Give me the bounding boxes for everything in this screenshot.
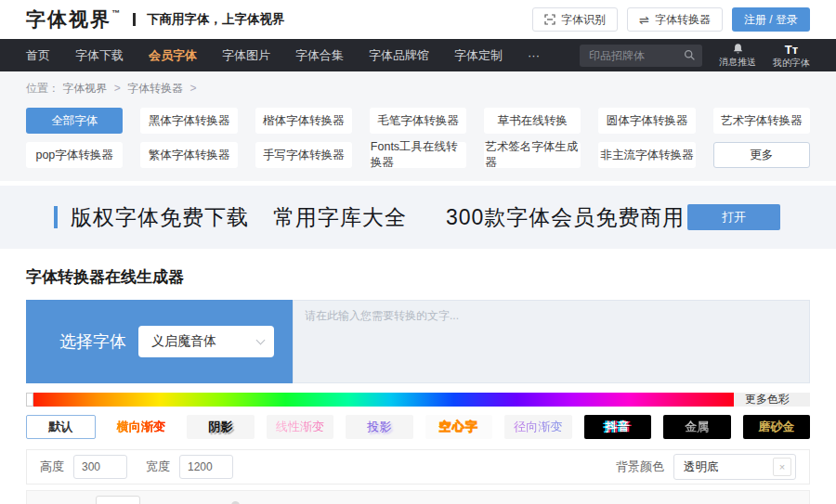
page-title: 字体转换器在线生成器	[26, 266, 810, 288]
nav-item-font-download[interactable]: 字体下载	[75, 47, 124, 64]
nav-item-member-fonts[interactable]: 会员字体	[149, 47, 197, 64]
filter-row-2: pop字体转换器 繁体字体转换器 手写字体转换器 Fonts工具在线转换器 艺术…	[26, 142, 810, 168]
breadcrumb-item-converter[interactable]: 字体转换器	[127, 82, 183, 95]
style-tab-label: 抖音	[606, 419, 630, 435]
filter-alternative-converter[interactable]: 非主流字体转换器	[598, 142, 695, 168]
breadcrumb-item-home[interactable]: 字体视界	[62, 82, 107, 95]
style-tab-label: 空心字	[439, 419, 478, 435]
breadcrumb-separator: >	[189, 82, 196, 95]
filter-traditional-converter[interactable]: 繁体字体转换器	[140, 142, 237, 168]
logo-tm: ™	[111, 8, 120, 18]
height-input[interactable]	[73, 455, 127, 479]
nav-item-more[interactable]: ···	[528, 48, 540, 62]
style-tab-linear-gradient[interactable]: 线性渐变	[267, 415, 334, 439]
tagline: 下商用字体，上字体视界	[147, 11, 285, 28]
style-tab-label: 磨砂金	[758, 419, 794, 435]
style-tab-label: 线性渐变	[276, 419, 324, 435]
style-tab-label: 默认	[48, 419, 72, 435]
chevron-down-icon	[256, 336, 266, 345]
filter-fonts-tool-converter[interactable]: Fonts工具在线转换器	[370, 142, 466, 168]
breadcrumb-label: 位置：	[26, 82, 59, 95]
nav-item-font-images[interactable]: 字体图片	[222, 47, 270, 64]
filter-cursive-converter[interactable]: 草书在线转换	[484, 108, 581, 134]
messages-push[interactable]: 消息推送	[719, 43, 756, 68]
filter-signature-generator[interactable]: 艺术签名字体生成器	[484, 142, 581, 168]
color-slider-handle[interactable]	[26, 393, 33, 407]
logo-divider	[133, 13, 136, 26]
filter-more-button[interactable]: 更多	[713, 142, 810, 168]
clear-background-icon[interactable]: ×	[773, 458, 791, 476]
search-icon[interactable]	[684, 49, 696, 61]
select-font-label: 选择字体	[59, 330, 126, 353]
banner-text: 版权字体免费下载 常用字库大全 300款字体会员免费商用	[71, 203, 685, 232]
nav-item-home[interactable]: 首页	[26, 47, 50, 64]
bell-icon	[732, 43, 744, 56]
font-converter-button[interactable]: ⇌ 字体转换器	[627, 7, 723, 32]
style-tab-default[interactable]: 默认	[26, 415, 96, 439]
filter-brush-converter[interactable]: 毛笔字体转换器	[370, 108, 466, 134]
style-tab-radial-gradient[interactable]: 径向渐变	[504, 415, 572, 439]
font-recognition-label: 字体识别	[561, 12, 606, 28]
font-select-dropdown[interactable]: 义启魔音体	[138, 326, 274, 357]
style-tab-label: 径向渐变	[514, 419, 562, 435]
color-picker-strip: 更多色彩	[26, 393, 810, 407]
banner-text-3: 300款字体会员免费商用	[446, 203, 685, 232]
more-colors-button[interactable]: 更多色彩	[734, 393, 810, 407]
scan-icon	[544, 14, 555, 25]
my-fonts-icon: Tт	[785, 43, 798, 57]
background-color-input[interactable]	[674, 460, 764, 473]
style-tab-matte-gold[interactable]: 磨砂金	[743, 415, 811, 439]
style-tab-label: 阴影	[208, 419, 232, 435]
size-settings-row: 高度 宽度 背景颜色 ×	[26, 449, 810, 485]
register-login-button[interactable]: 注册 / 登录	[732, 7, 810, 32]
banner-text-1: 版权字体免费下载	[71, 203, 249, 232]
main-nav: 首页 字体下载 会员字体 字体图片 字体合集 字体品牌馆 字体定制 ··· 消息…	[0, 39, 836, 71]
filter-kaiti-converter[interactable]: 楷体字体转换器	[255, 108, 352, 134]
filter-pop-converter[interactable]: pop字体转换器	[26, 142, 123, 168]
filter-heiti-converter[interactable]: 黑体字体转换器	[140, 108, 237, 134]
filter-handwriting-converter[interactable]: 手写字体转换器	[255, 142, 352, 168]
filter-round-converter[interactable]: 圆体字体转换器	[598, 108, 695, 134]
font-select-panel: 选择字体 义启魔音体	[26, 300, 293, 383]
width-input[interactable]	[179, 455, 233, 479]
background-color-field: ×	[673, 454, 796, 480]
banner-text-2: 常用字库大全	[273, 203, 407, 232]
style-tab-metal[interactable]: 金属	[663, 415, 731, 439]
background-color-label: 背景颜色	[616, 459, 664, 475]
messages-push-label: 消息推送	[719, 56, 756, 68]
font-converter-label: 字体转换器	[655, 12, 711, 28]
breadcrumb-separator: >	[114, 82, 121, 95]
swap-icon: ⇌	[639, 13, 649, 27]
style-tab-shadow[interactable]: 阴影	[187, 415, 255, 439]
style-tab-label: 横向渐变	[117, 419, 165, 435]
converter-panel: 选择字体 义启魔音体	[26, 300, 810, 383]
cutoff-input[interactable]	[96, 496, 140, 504]
rainbow-gradient-bar[interactable]	[33, 393, 734, 407]
nav-item-font-custom[interactable]: 字体定制	[454, 47, 503, 64]
header-actions: 字体识别 ⇌ 字体转换器 注册 / 登录	[532, 7, 810, 32]
style-tab-label: 投影	[367, 419, 391, 435]
my-fonts[interactable]: Tт 我的字体	[773, 43, 810, 69]
filter-all-fonts[interactable]: 全部字体	[26, 108, 123, 134]
selected-font-name: 义启魔音体	[151, 333, 216, 350]
filter-row-1: 全部字体 黑体字体转换器 楷体字体转换器 毛笔字体转换器 草书在线转换 圆体字体…	[26, 108, 810, 134]
text-input-area[interactable]	[293, 300, 810, 383]
banner-accent-bar	[54, 206, 58, 228]
font-recognition-button[interactable]: 字体识别	[532, 7, 618, 32]
promo-banner: 版权字体免费下载 常用字库大全 300款字体会员免费商用 打开	[0, 186, 836, 249]
width-label: 宽度	[146, 459, 170, 475]
height-label: 高度	[40, 459, 64, 475]
nav-item-font-brands[interactable]: 字体品牌馆	[369, 47, 429, 64]
next-settings-row-cutoff	[26, 490, 810, 504]
nav-item-font-collections[interactable]: 字体合集	[295, 47, 344, 64]
cutoff-label	[40, 496, 88, 504]
style-tab-projection[interactable]: 投影	[346, 415, 413, 439]
logo-text: 字体视界	[26, 6, 111, 32]
filter-art-converter[interactable]: 艺术字体转换器	[713, 108, 810, 134]
style-tab-horizontal-gradient[interactable]: 横向渐变	[108, 415, 176, 439]
banner-open-button[interactable]: 打开	[687, 204, 780, 230]
style-tab-douyin[interactable]: 抖音	[584, 415, 652, 439]
style-tabs: 默认 横向渐变 阴影 线性渐变 投影 空心字 径向渐变 抖音 金属 磨砂金	[26, 415, 810, 439]
style-tab-hollow[interactable]: 空心字	[425, 415, 493, 439]
site-logo[interactable]: 字体视界™	[26, 6, 120, 32]
